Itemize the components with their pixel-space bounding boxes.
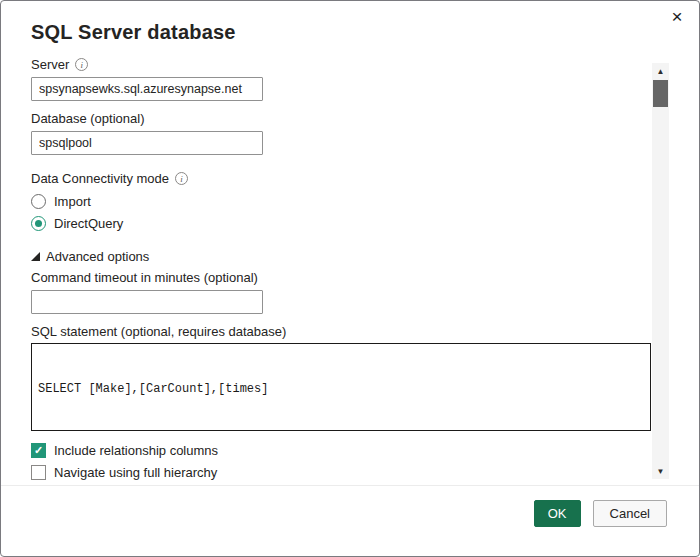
sql-line-text: SELECT [Make],[CarCount],[times] [38,382,268,396]
checkbox-navigate-full-hierarchy[interactable]: Navigate using full hierarchy [31,465,651,480]
scroll-down-arrow-icon[interactable]: ▼ [652,463,669,479]
sql-statement-label: SQL statement (optional, requires databa… [31,324,286,339]
server-field-label-row: Server i [31,57,651,72]
dialog-title: SQL Server database [31,21,236,44]
server-label: Server [31,57,69,72]
cancel-button[interactable]: Cancel [593,500,667,527]
close-icon[interactable]: × [666,6,688,28]
radio-directquery-label: DirectQuery [54,216,123,231]
scroll-up-arrow-icon[interactable]: ▲ [652,63,669,79]
footer-divider [1,485,699,486]
checkbox-checked-icon: ✓ [31,443,46,458]
vertical-scrollbar[interactable]: ▲ ▼ [652,63,669,479]
collapse-triangle-icon [31,252,40,261]
database-input[interactable] [31,131,263,155]
command-timeout-input[interactable] [31,290,263,314]
radio-unselected-icon [31,194,46,209]
checkbox-unchecked-icon [31,465,46,480]
radio-import-label: Import [54,194,91,209]
ok-button[interactable]: OK [534,500,581,527]
connectivity-label-row: Data Connectivity mode i [31,171,651,186]
dialog-body: Server i Database (optional) Data Connec… [31,57,651,480]
sql-statement-textarea[interactable]: SELECT [Make],[CarCount],[times] FROM [d… [31,343,651,431]
connectivity-label: Data Connectivity mode [31,171,169,186]
sql-statement-label-row: SQL statement (optional, requires databa… [31,324,651,339]
checkbox-include-relationship-columns[interactable]: ✓ Include relationship columns [31,443,651,458]
advanced-options-toggle[interactable]: Advanced options [31,249,651,264]
radio-selected-icon [31,216,46,231]
sql-line: SELECT [Make],[CarCount],[times] [38,381,644,398]
database-field-label-row: Database (optional) [31,111,651,126]
timeout-label-row: Command timeout in minutes (optional) [31,270,651,285]
connectivity-info-icon[interactable]: i [175,172,188,185]
navigate-full-hierarchy-label: Navigate using full hierarchy [54,465,217,480]
timeout-label: Command timeout in minutes (optional) [31,270,258,285]
include-relationship-columns-label: Include relationship columns [54,443,218,458]
server-info-icon[interactable]: i [75,58,88,71]
database-label: Database (optional) [31,111,144,126]
server-input[interactable] [31,77,263,101]
scrollbar-thumb[interactable] [653,80,668,107]
radio-directquery[interactable]: DirectQuery [31,216,651,231]
radio-import[interactable]: Import [31,194,651,209]
advanced-options-label: Advanced options [46,249,149,264]
sql-server-database-dialog: × SQL Server database Server i Database … [0,0,700,557]
dialog-footer: OK Cancel [534,500,667,527]
